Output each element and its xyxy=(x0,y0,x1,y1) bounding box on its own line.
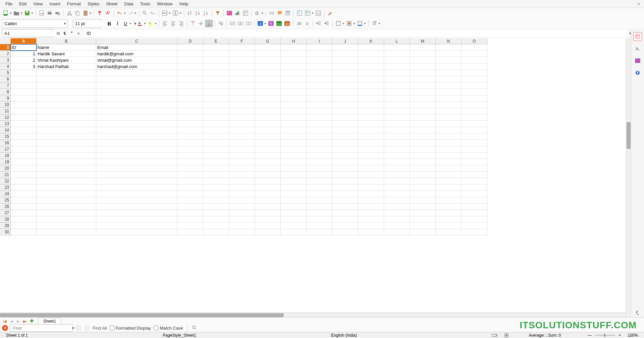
cell-A18[interactable] xyxy=(11,153,37,159)
cell-E29[interactable] xyxy=(203,223,229,229)
cell-B24[interactable] xyxy=(37,191,96,197)
cell-E11[interactable] xyxy=(203,108,229,114)
zoom-in-button[interactable]: + xyxy=(615,333,624,338)
cell-G3[interactable] xyxy=(255,57,281,63)
cell-G20[interactable] xyxy=(255,165,281,172)
draw-icon[interactable] xyxy=(326,9,334,17)
horizontal-scrollbar[interactable] xyxy=(0,313,631,317)
cell-L3[interactable] xyxy=(384,57,410,63)
cell-O24[interactable] xyxy=(462,191,487,197)
cell-M27[interactable] xyxy=(410,210,436,216)
column-header-J[interactable]: J xyxy=(332,38,358,44)
cell-N29[interactable] xyxy=(436,223,462,229)
cell-O21[interactable] xyxy=(462,172,487,178)
font-size-combo[interactable]: ▼ xyxy=(73,19,101,28)
cell-M12[interactable] xyxy=(410,114,436,121)
row-header-27[interactable]: 27 xyxy=(0,210,11,216)
cell-J23[interactable] xyxy=(332,184,358,191)
cell-B13[interactable] xyxy=(37,121,96,127)
cell-F21[interactable] xyxy=(229,172,255,178)
filter-icon[interactable] xyxy=(214,9,221,17)
cell-E12[interactable] xyxy=(203,114,229,121)
cell-E22[interactable] xyxy=(203,178,229,184)
cell-N20[interactable] xyxy=(436,165,462,172)
menu-styles[interactable]: Styles xyxy=(84,1,103,7)
cell-I14[interactable] xyxy=(307,127,332,133)
cell-C10[interactable] xyxy=(96,102,177,108)
cell-A14[interactable] xyxy=(11,127,37,133)
cell-E14[interactable] xyxy=(203,127,229,133)
cell-O19[interactable] xyxy=(462,159,487,165)
cell-H26[interactable] xyxy=(281,204,307,210)
cell-G16[interactable] xyxy=(255,140,281,146)
cell-D18[interactable] xyxy=(177,153,203,159)
cell-N14[interactable] xyxy=(436,127,462,133)
cell-L6[interactable] xyxy=(384,76,410,82)
cell-A24[interactable] xyxy=(11,191,37,197)
cell-N22[interactable] xyxy=(436,178,462,184)
vscroll-thumb[interactable] xyxy=(627,122,631,149)
formula-input[interactable] xyxy=(84,30,627,37)
cell-D1[interactable] xyxy=(177,44,203,51)
cell-M2[interactable] xyxy=(410,51,436,57)
bold-button[interactable]: B xyxy=(106,20,113,27)
cell-M1[interactable] xyxy=(410,44,436,51)
cell-F5[interactable] xyxy=(229,70,255,76)
cell-K13[interactable] xyxy=(358,121,384,127)
functions-panel-icon[interactable]: fx xyxy=(633,308,642,317)
cell-H4[interactable] xyxy=(281,63,307,70)
cell-C28[interactable] xyxy=(96,216,177,223)
cell-G26[interactable] xyxy=(255,204,281,210)
cell-H16[interactable] xyxy=(281,140,307,146)
copy-icon[interactable] xyxy=(74,9,81,17)
date-format-button[interactable]: 15 xyxy=(283,20,291,27)
add-decimal-button[interactable]: .00 xyxy=(295,20,303,27)
row-header-7[interactable]: 7 xyxy=(0,82,11,89)
cell-J6[interactable] xyxy=(332,76,358,82)
row-header-30[interactable]: 30 xyxy=(0,229,11,235)
cell-J17[interactable] xyxy=(332,146,358,153)
cell-E10[interactable] xyxy=(203,102,229,108)
cell-N21[interactable] xyxy=(436,172,462,178)
cell-B22[interactable] xyxy=(37,178,96,184)
row-header-3[interactable]: 3 xyxy=(0,57,11,63)
cell-H20[interactable] xyxy=(281,165,307,172)
font-name-dropdown[interactable]: ▼ xyxy=(63,22,67,25)
cell-E28[interactable] xyxy=(203,216,229,223)
merge-center-button[interactable] xyxy=(237,20,244,27)
cell-B16[interactable] xyxy=(37,140,96,146)
cell-I13[interactable] xyxy=(307,121,332,127)
find-prev-button[interactable] xyxy=(75,325,81,331)
highlight-button[interactable] xyxy=(147,20,154,27)
cell-O1[interactable] xyxy=(462,44,487,51)
cell-L22[interactable] xyxy=(384,178,410,184)
cell-D6[interactable] xyxy=(177,76,203,82)
cell-M30[interactable] xyxy=(410,229,436,235)
cell-F27[interactable] xyxy=(229,210,255,216)
cell-M17[interactable] xyxy=(410,146,436,153)
cell-A1[interactable]: ID xyxy=(11,44,37,51)
row-header-18[interactable]: 18 xyxy=(0,153,11,159)
column-header-I[interactable]: I xyxy=(307,38,332,44)
cell-J26[interactable] xyxy=(332,204,358,210)
cell-B23[interactable] xyxy=(37,184,96,191)
cell-K5[interactable] xyxy=(358,70,384,76)
column-header-F[interactable]: F xyxy=(229,38,255,44)
cell-N7[interactable] xyxy=(436,82,462,89)
cell-B30[interactable] xyxy=(37,229,96,235)
cell-F26[interactable] xyxy=(229,204,255,210)
menu-format[interactable]: Format xyxy=(64,1,84,7)
cell-I28[interactable] xyxy=(307,216,332,223)
number-format-button[interactable]: 0.0 xyxy=(275,20,283,27)
formatted-display-checkbox[interactable]: Formatted Display xyxy=(110,326,151,331)
conditional-format-dropdown[interactable]: ▼ xyxy=(378,20,381,27)
cell-E13[interactable] xyxy=(203,121,229,127)
cell-C15[interactable] xyxy=(96,133,177,140)
define-range-icon[interactable] xyxy=(296,9,303,17)
gallery-panel-icon[interactable] xyxy=(633,56,642,65)
chart-icon[interactable] xyxy=(234,9,241,17)
cell-K15[interactable] xyxy=(358,133,384,140)
cell-C7[interactable] xyxy=(96,82,177,89)
styles-panel-icon[interactable]: AA xyxy=(633,44,642,53)
cell-H23[interactable] xyxy=(281,184,307,191)
